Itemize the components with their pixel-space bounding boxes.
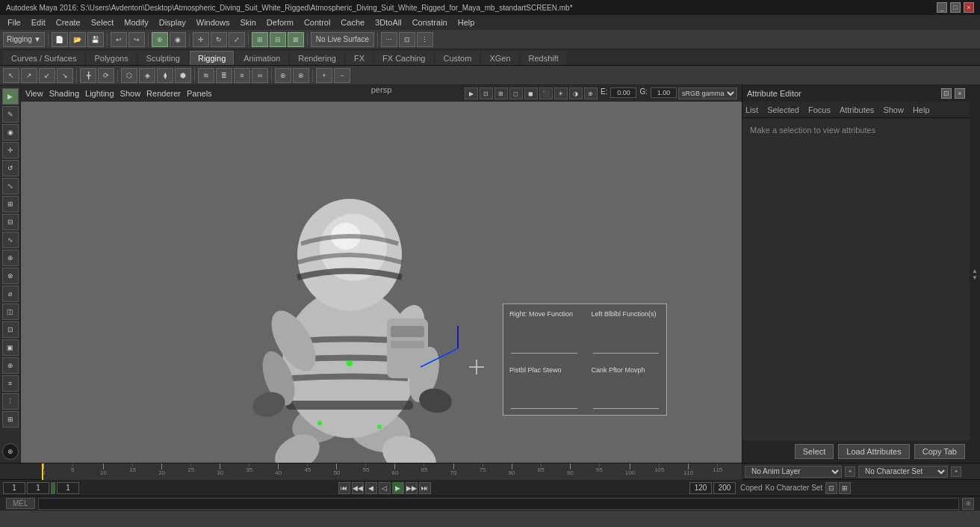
vp-shaded-btn[interactable]: ◼ bbox=[524, 87, 538, 99]
soft-select-tool[interactable]: ⊟ bbox=[2, 214, 19, 230]
tab-rendering[interactable]: Rendering bbox=[290, 51, 344, 65]
edge-arrow-up[interactable]: ▲ bbox=[972, 268, 978, 274]
open-button[interactable]: 📂 bbox=[69, 32, 86, 47]
new-button[interactable]: 📄 bbox=[52, 32, 68, 47]
attr-tab-attributes[interactable]: Attributes bbox=[840, 105, 874, 114]
anim-layer-btn[interactable]: + bbox=[845, 466, 855, 477]
skin-btn3[interactable]: ⧫ bbox=[157, 68, 173, 83]
skin-btn4[interactable]: ⬢ bbox=[175, 68, 191, 83]
undo-button[interactable]: ↩ bbox=[111, 32, 127, 47]
playback-start-input[interactable] bbox=[57, 482, 79, 494]
step-fwd-btn[interactable]: ▶▶ bbox=[406, 482, 418, 494]
vp-textured-btn[interactable]: ⬛ bbox=[539, 87, 553, 99]
menu-select[interactable]: Select bbox=[87, 16, 119, 28]
vp-gamma-input[interactable] bbox=[651, 87, 677, 98]
extra-btn2[interactable]: ⋮ bbox=[2, 393, 19, 410]
maximize-button[interactable]: □ bbox=[950, 2, 961, 13]
tab-xgen[interactable]: XGen bbox=[481, 51, 518, 65]
tool-d[interactable]: ↘ bbox=[57, 68, 73, 83]
tab-sculpting[interactable]: Sculpting bbox=[138, 51, 188, 65]
load-attributes-button[interactable]: Load Attributes bbox=[838, 444, 909, 459]
menu-help[interactable]: Help bbox=[453, 16, 480, 28]
rotate-tool-left[interactable]: ↺ bbox=[2, 160, 19, 176]
joint-tool[interactable]: ╋ bbox=[80, 68, 96, 83]
playback-end-input[interactable] bbox=[689, 482, 712, 494]
vp-shadow-btn[interactable]: ◑ bbox=[569, 87, 583, 99]
rig-btn3[interactable]: ⊠ bbox=[288, 32, 304, 47]
menu-display[interactable]: Display bbox=[155, 16, 190, 28]
extra-play-btn2[interactable]: ⊞ bbox=[839, 482, 851, 494]
range-start-input[interactable] bbox=[3, 482, 25, 494]
menu-deform[interactable]: Deform bbox=[262, 16, 298, 28]
extra-btn3[interactable]: ⊞ bbox=[2, 411, 19, 428]
vp-grid-btn[interactable]: ⊞ bbox=[494, 87, 508, 99]
close-button[interactable]: × bbox=[964, 2, 974, 13]
play-back-btn[interactable]: ◁ bbox=[379, 482, 391, 494]
vp-menu-panels[interactable]: Panels bbox=[187, 89, 212, 98]
minimize-button[interactable]: _ bbox=[937, 2, 947, 13]
viewport[interactable]: View Shading Lighting Show Renderer Pane… bbox=[21, 85, 742, 463]
extra-play-btn1[interactable]: ⊡ bbox=[825, 482, 837, 494]
menu-windows[interactable]: Windows bbox=[192, 16, 235, 28]
select-tool[interactable]: ⊕ bbox=[152, 32, 168, 47]
char-set-select[interactable]: No Character Set bbox=[858, 466, 948, 478]
constraint-btn3[interactable]: ≡ bbox=[234, 68, 250, 83]
range-end-input[interactable] bbox=[713, 482, 736, 494]
command-input[interactable] bbox=[38, 498, 959, 510]
menu-3dtoall[interactable]: 3DtoAll bbox=[370, 16, 406, 28]
timeline-ruler[interactable]: 0510152025303540455055606570758085909510… bbox=[42, 463, 742, 480]
script-type-btn[interactable]: MEL bbox=[6, 498, 35, 509]
vp-menu-shading[interactable]: Shading bbox=[49, 89, 79, 98]
anim-layer-select[interactable]: No Anim Layer bbox=[745, 466, 842, 478]
tool-a[interactable]: ↖ bbox=[3, 68, 19, 83]
lasso-tool-left[interactable]: ◉ bbox=[2, 124, 19, 141]
paint-tool[interactable]: ✎ bbox=[2, 106, 19, 123]
rig-btn2[interactable]: ⊟ bbox=[270, 32, 286, 47]
tab-fx[interactable]: FX bbox=[346, 51, 373, 65]
move-tool-left[interactable]: ✛ bbox=[2, 142, 19, 158]
minus-btn[interactable]: − bbox=[334, 68, 350, 83]
ik-tool[interactable]: ⟳ bbox=[98, 68, 114, 83]
menu-constrain[interactable]: Constrain bbox=[408, 16, 452, 28]
step-back-btn[interactable]: ◀ bbox=[365, 482, 377, 494]
skin-btn1[interactable]: ⬡ bbox=[121, 68, 137, 83]
rotate-tool[interactable]: ↻ bbox=[211, 32, 227, 47]
hide-tool[interactable]: ⊡ bbox=[2, 321, 19, 338]
move-tool[interactable]: ✛ bbox=[193, 32, 209, 47]
tab-redshift[interactable]: Redshift bbox=[521, 51, 567, 65]
snap-btn2[interactable]: ⊡ bbox=[399, 32, 415, 47]
attr-tab-list[interactable]: List bbox=[745, 105, 758, 114]
vp-exposure-input[interactable] bbox=[610, 87, 636, 98]
menu-edit[interactable]: Edit bbox=[27, 16, 50, 28]
save-button[interactable]: 💾 bbox=[87, 32, 104, 47]
redo-button[interactable]: ↪ bbox=[128, 32, 145, 47]
plus-btn[interactable]: + bbox=[316, 68, 332, 83]
menu-modify[interactable]: Modify bbox=[120, 16, 152, 28]
menu-create[interactable]: Create bbox=[52, 16, 85, 28]
tab-rigging[interactable]: Rigging bbox=[190, 51, 234, 65]
scale-tool-left[interactable]: ⤡ bbox=[2, 178, 19, 194]
tab-animation[interactable]: Animation bbox=[235, 51, 288, 65]
extra-btn1[interactable]: ≡ bbox=[2, 375, 19, 392]
tool-b[interactable]: ↗ bbox=[21, 68, 37, 83]
vp-menu-renderer[interactable]: Renderer bbox=[146, 89, 181, 98]
deform-btn2[interactable]: ⊗ bbox=[293, 68, 309, 83]
menu-skin[interactable]: Skin bbox=[235, 16, 260, 28]
curve-tool[interactable]: ∿ bbox=[2, 232, 19, 248]
constraint-btn1[interactable]: ≋ bbox=[198, 68, 214, 83]
current-frame-input[interactable] bbox=[27, 482, 49, 494]
nolivesurf-btn[interactable]: No Live Surface bbox=[311, 32, 374, 47]
tab-curves[interactable]: Curves / Surfaces bbox=[3, 51, 84, 65]
universal-tool[interactable]: ⊞ bbox=[2, 196, 19, 212]
prev-key-btn[interactable]: ◀◀ bbox=[352, 482, 364, 494]
bottom-special-btn[interactable]: ⊕ bbox=[2, 443, 19, 460]
rig-btn1[interactable]: ⊞ bbox=[252, 32, 268, 47]
edge-arrow-down[interactable]: ▼ bbox=[972, 274, 978, 281]
attr-tab-focus[interactable]: Focus bbox=[808, 105, 831, 114]
menu-control[interactable]: Control bbox=[300, 16, 335, 28]
menu-cache[interactable]: Cache bbox=[336, 16, 369, 28]
vp-menu-lighting[interactable]: Lighting bbox=[85, 89, 114, 98]
scale-tool[interactable]: ⤢ bbox=[229, 32, 245, 47]
go-start-btn[interactable]: ⏮ bbox=[338, 482, 350, 494]
vp-light-btn[interactable]: ☀ bbox=[554, 87, 568, 99]
